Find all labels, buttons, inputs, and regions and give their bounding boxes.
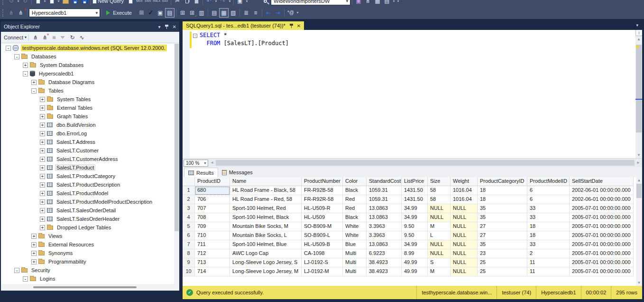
navigate-back-dropdown-icon[interactable]: ▾: [16, 0, 20, 3]
grid-cell[interactable]: NULL: [451, 213, 478, 222]
edit-tool-icon[interactable]: ⋔: [363, 0, 373, 6]
cancel-query-icon[interactable]: [137, 8, 146, 18]
grid-cell[interactable]: 18: [478, 186, 527, 195]
column-header-weight[interactable]: Weight: [451, 177, 478, 186]
tree-item[interactable]: +SalesLT.SalesOrderDetail: [1, 206, 174, 215]
grid-cell[interactable]: 2005-07-01 00:00:00.000: [570, 240, 634, 249]
save-all-icon[interactable]: [80, 0, 89, 6]
scroll-down-icon[interactable]: ▼: [636, 281, 642, 285]
tree-item[interactable]: +SalesLT.ProductModel: [1, 189, 174, 198]
grid-cell[interactable]: HL Road Frame - Red, 58: [230, 195, 302, 204]
grid-corner-cell[interactable]: [183, 177, 195, 186]
expand-icon[interactable]: +: [40, 97, 45, 102]
new-project-dropdown-icon[interactable]: ▾: [56, 0, 61, 3]
grid-cell[interactable]: 1431.50: [402, 186, 428, 195]
toolbar-grip[interactable]: [2, 9, 5, 17]
pin-icon[interactable]: [289, 23, 294, 28]
column-header-color[interactable]: Color: [343, 177, 367, 186]
copy-icon[interactable]: [182, 0, 192, 6]
collapse-icon[interactable]: -: [23, 71, 28, 76]
collapse-icon[interactable]: -: [23, 276, 28, 282]
expand-icon[interactable]: +: [40, 148, 45, 153]
grid-cell[interactable]: Long-Sleeve Logo Jersey, M: [230, 267, 302, 276]
scrollbar-thumb[interactable]: [636, 184, 642, 198]
grid-cell[interactable]: 2005-07-01 00:00:00.000: [570, 231, 634, 240]
expand-icon[interactable]: +: [31, 242, 37, 247]
tree-item[interactable]: -testhyperscale.database.windows.net (SQ…: [1, 44, 174, 52]
expand-icon[interactable]: +: [40, 191, 45, 196]
grid-cell[interactable]: 707: [195, 204, 230, 213]
connect-object-explorer-icon[interactable]: ⋔: [33, 34, 38, 41]
expand-icon[interactable]: +: [40, 208, 45, 213]
close-icon[interactable]: ✕: [297, 23, 301, 28]
grid-cell[interactable]: 58: [428, 186, 451, 195]
save-icon[interactable]: [70, 0, 80, 6]
grid-cell[interactable]: 2: [527, 249, 570, 258]
grid-cell[interactable]: 25: [478, 258, 527, 267]
grid-cell[interactable]: 2005-07-01 00:00:00.000: [570, 258, 634, 267]
close-icon[interactable]: ✕: [173, 24, 176, 29]
grid-cell[interactable]: NULL: [451, 204, 478, 213]
grid-cell[interactable]: L: [428, 231, 451, 240]
grid-cell[interactable]: 13.0863: [367, 240, 402, 249]
zoom-dropdown[interactable]: 100 % ▼: [184, 160, 208, 167]
grid-cell[interactable]: 2002-06-01 00:00:00.000: [570, 195, 634, 204]
expand-icon[interactable]: +: [40, 225, 45, 230]
grid-cell[interactable]: NULL: [428, 240, 451, 249]
grid-cell[interactable]: 6: [527, 195, 570, 204]
tree-item[interactable]: +Database Diagrams: [1, 78, 174, 86]
analysis-database-dropdown[interactable]: WideWorldImportersDW ▼: [271, 0, 350, 5]
expand-icon[interactable]: +: [40, 140, 45, 145]
tree-item[interactable]: +SalesLT.Address: [1, 138, 174, 146]
navigate-forward-icon[interactable]: ↻: [20, 0, 30, 6]
grid-cell[interactable]: NULL: [451, 267, 478, 276]
grid-cell[interactable]: 18: [527, 222, 570, 231]
grid-cell[interactable]: Sport-100 Helmet, Blue: [230, 240, 302, 249]
grid-cell[interactable]: 9.50: [402, 222, 428, 231]
navigate-back-icon[interactable]: ↺: [7, 0, 16, 6]
expand-icon[interactable]: +: [40, 174, 45, 179]
row-number-cell[interactable]: 7: [183, 240, 195, 249]
results-to-text-icon[interactable]: ▤: [210, 8, 219, 18]
grid-cell[interactable]: 710: [195, 231, 230, 240]
tree-item[interactable]: +SalesLT.ProductDescription: [1, 180, 174, 189]
grid-cell[interactable]: FR-R92B-58: [302, 186, 343, 195]
decrease-indent-icon[interactable]: ⇤: [264, 8, 273, 18]
grid-cell[interactable]: 25: [478, 267, 527, 276]
grid-cell[interactable]: Sport-100 Helmet, Red: [230, 204, 302, 213]
grid-cell[interactable]: 13.0863: [367, 204, 402, 213]
row-number-cell[interactable]: 6: [183, 231, 195, 240]
grid-cell[interactable]: FR-R92R-58: [302, 195, 343, 204]
row-number-cell[interactable]: 5: [183, 222, 195, 231]
grid-cell[interactable]: Multi: [343, 249, 367, 258]
grid-cell[interactable]: 23: [478, 249, 527, 258]
tree-item[interactable]: +External Resources: [1, 240, 174, 249]
column-header-productnumber[interactable]: ProductNumber: [302, 177, 343, 186]
grid-cell[interactable]: 2005-07-01 00:00:00.000: [570, 249, 634, 258]
dmx-query-icon[interactable]: DMX: [144, 0, 152, 3]
collapse-icon[interactable]: -: [14, 268, 19, 273]
grid-cell[interactable]: 49.99: [402, 267, 428, 276]
tree-item[interactable]: -Logins: [1, 274, 174, 283]
toolbar-grip[interactable]: [2, 0, 5, 5]
expand-icon[interactable]: +: [31, 80, 37, 85]
cut-icon[interactable]: ✂: [173, 0, 182, 6]
list-view-dropdown-icon[interactable]: ▾: [392, 0, 396, 3]
expand-icon[interactable]: +: [31, 234, 37, 239]
activity-monitor-icon[interactable]: ∿: [79, 34, 84, 41]
expand-icon[interactable]: +: [40, 123, 45, 128]
paste-icon[interactable]: [192, 0, 201, 6]
undo-dropdown-icon[interactable]: ▾: [214, 0, 218, 3]
grid-cell[interactable]: 33: [527, 240, 570, 249]
expand-icon[interactable]: +: [40, 114, 45, 119]
grid-cell[interactable]: 27: [478, 231, 527, 240]
grid-cell[interactable]: 13.0863: [367, 213, 402, 222]
query-options-icon[interactable]: ▣: [156, 8, 165, 18]
collapse-region-icon[interactable]: -: [193, 34, 197, 38]
parse-icon[interactable]: ✓: [146, 8, 156, 18]
comment-icon[interactable]: ≣: [241, 8, 251, 18]
grid-cell[interactable]: 33: [527, 204, 570, 213]
scroll-right-icon[interactable]: ►: [636, 160, 640, 165]
mdx-query-icon[interactable]: MDX: [135, 0, 144, 3]
sqlcmd-mode-icon[interactable]: ▣: [354, 0, 363, 6]
